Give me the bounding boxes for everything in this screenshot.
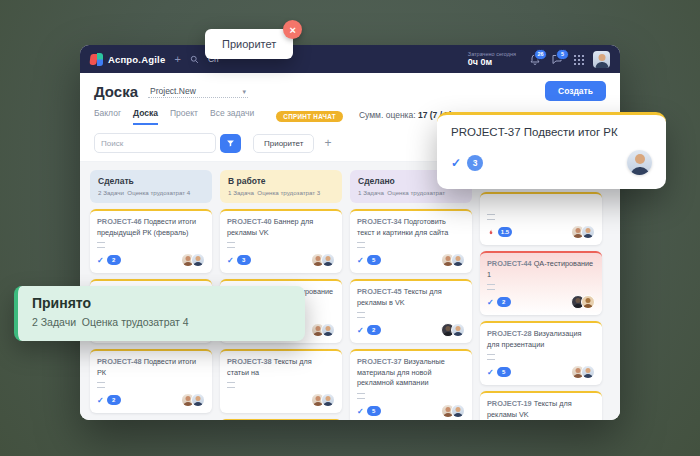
task-id: PROJECT-40 [227, 217, 272, 226]
assignees [181, 393, 205, 407]
check-icon: ✓ [97, 396, 104, 405]
column-subtitle: 1 Задача Оценка трудозатрат 3 [228, 189, 334, 196]
close-icon[interactable]: × [283, 20, 302, 39]
estimate-badge: ✓2 [357, 325, 381, 335]
assignees [311, 253, 335, 267]
filter-button[interactable] [220, 134, 241, 153]
assignee-avatar [581, 365, 595, 379]
task-card[interactable]: PROJECT-19 Тексты для рекламы VK ✓4 [480, 391, 602, 420]
time-tracker[interactable]: Затрачено сегодня 0ч 0м [468, 51, 516, 68]
check-icon: ✓ [487, 298, 494, 307]
check-icon: ✓ [487, 368, 494, 377]
assignees [311, 323, 335, 337]
assignee-avatar [581, 295, 595, 309]
add-icon[interactable]: + [174, 54, 180, 65]
task-id: PROJECT-38 [227, 357, 272, 366]
task-card-highlighted[interactable]: PROJECT-44 QA-тестирование 1 ✓2 [480, 251, 602, 315]
check-icon: ✓ [357, 407, 364, 416]
search-input[interactable] [94, 133, 216, 153]
column-subtitle: 2 Задачи Оценка трудозатрат 4 [98, 189, 204, 196]
task-card[interactable]: теории ✓3 [220, 419, 342, 420]
assignee-avatar [451, 404, 465, 418]
task-id: PROJECT-44 [487, 259, 532, 268]
zoomed-task-card[interactable]: PROJECT-37 Подвести итог РК ✓ 3 [437, 112, 666, 189]
column-accepted: 1.5 PROJECT-44 QA-тестирование 1 ✓2 PROJ… [480, 170, 602, 420]
task-id: PROJECT-28 [487, 329, 532, 338]
check-icon: ✓ [357, 256, 364, 265]
assignee-avatar [321, 393, 335, 407]
column-subtitle: 1 Задача Оценка трудозатрат [358, 189, 464, 196]
task-id: PROJECT-48 [97, 357, 142, 366]
check-icon: ✓ [451, 156, 461, 170]
assignees [311, 393, 335, 407]
task-card[interactable]: 1.5 [480, 192, 602, 245]
description-icon [227, 242, 235, 248]
task-card[interactable]: PROJECT-45 Тексты для рекламы в VK ✓2 [350, 279, 472, 343]
description-icon [487, 214, 495, 220]
column-title: В работе [228, 176, 334, 186]
notifications-bell-icon[interactable]: 26 [529, 53, 542, 66]
create-button[interactable]: Создать [545, 81, 606, 101]
user-avatar[interactable] [593, 51, 610, 68]
estimate-badge: ✓5 [357, 406, 381, 416]
task-card[interactable]: PROJECT-38 Тексты для статьи на ✓ [220, 349, 342, 413]
assignees [181, 253, 205, 267]
description-icon [357, 242, 365, 248]
assignees [441, 323, 465, 337]
search-box [94, 133, 241, 153]
estimate-badge: ✓2 [487, 297, 511, 307]
tab-all-tasks[interactable]: Все задачи [210, 108, 254, 125]
column-header[interactable]: В работе 1 Задача Оценка трудозатрат 3 [220, 170, 342, 203]
task-card[interactable]: PROJECT-34 Подготовить текст и картинки … [350, 209, 472, 273]
assignees [571, 365, 595, 379]
assignees [571, 295, 595, 309]
description-icon [357, 312, 365, 318]
apps-grid-icon[interactable] [573, 54, 584, 65]
task-card[interactable]: PROJECT-37 Визуальные материалы для ново… [350, 349, 472, 420]
assignee-avatar [451, 253, 465, 267]
assignees [441, 253, 465, 267]
task-card[interactable]: PROJECT-48 Подвести итоги РК ✓2 [90, 349, 212, 413]
assignee-avatar [321, 253, 335, 267]
description-icon [357, 393, 365, 399]
assignee-avatar [191, 393, 205, 407]
assignees [571, 225, 595, 239]
task-id: PROJECT-34 [357, 217, 402, 226]
description-icon [97, 382, 105, 388]
app-window: Аспро.Agile + Сп Затрачено сегодня 0ч 0м… [80, 45, 620, 420]
column-header[interactable]: Сделать 2 Задачи Оценка трудозатрат 4 [90, 170, 212, 203]
messages-icon[interactable]: 5 [551, 53, 564, 66]
tab-board[interactable]: Доска [133, 108, 158, 125]
column-done: Сделано 1 Задача Оценка трудозатрат PROJ… [350, 170, 472, 420]
accepted-subtitle: 2 Задачи Оценка трудозатрат 4 [32, 316, 291, 328]
tab-project[interactable]: Проект [170, 108, 198, 125]
task-card[interactable]: PROJECT-40 Баннер для рекламы VK ✓3 [220, 209, 342, 273]
column-title: Сделать [98, 176, 204, 186]
add-filter-button[interactable]: + [324, 137, 331, 149]
priority-tooltip: Приоритет × [205, 29, 293, 59]
check-icon: ✓ [97, 256, 104, 265]
topbar: Аспро.Agile + Сп Затрачено сегодня 0ч 0м… [80, 45, 620, 73]
estimate-badge: ✓5 [487, 367, 511, 377]
project-selector-value: Project.New [150, 86, 196, 96]
app-logo[interactable]: Аспро.Agile [90, 53, 165, 66]
estimate-badge: ✓2 [97, 255, 121, 265]
task-id: PROJECT-37 [357, 357, 402, 366]
task-card[interactable]: PROJECT-46 Подвести итоги предыдущей РК … [90, 209, 212, 273]
task-card[interactable]: PROJECT-28 Визуализация для презентации … [480, 321, 602, 385]
assignee-avatar [627, 150, 652, 175]
tab-backlog[interactable]: Баклог [94, 108, 121, 125]
zoomed-task-title: PROJECT-37 Подвести итог РК [451, 126, 652, 138]
search-icon[interactable] [190, 55, 199, 64]
messages-count-badge: 5 [556, 49, 569, 60]
task-id: PROJECT-19 [487, 399, 532, 408]
accepted-title: Принято [32, 295, 291, 311]
assignee-avatar [191, 253, 205, 267]
project-selector[interactable]: Project.New ▾ [148, 84, 248, 98]
priority-filter-chip[interactable]: Приоритет [253, 134, 314, 153]
description-icon [227, 382, 235, 388]
app-name: Аспро.Agile [108, 54, 165, 65]
notifications-count-badge: 26 [534, 49, 547, 60]
funnel-icon [226, 139, 235, 148]
check-icon: ✓ [227, 256, 234, 265]
